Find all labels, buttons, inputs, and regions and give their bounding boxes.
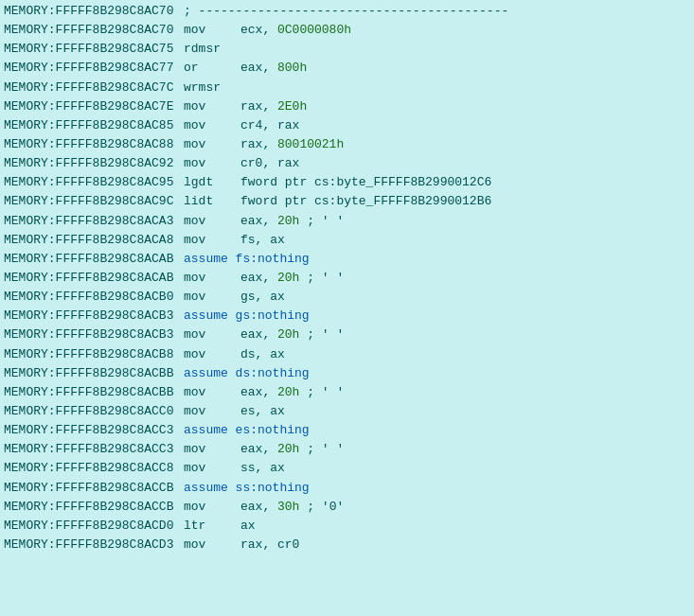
address: MEMORY:FFFFF8B298C8AC7E <box>4 97 184 116</box>
code-line: MEMORY:FFFFF8B298C8AC7Cwrmsr <box>4 79 690 97</box>
operand-text: ecx, <box>240 23 277 37</box>
comment: ; ' ' <box>299 442 344 456</box>
assume-directive: assume ds:nothing <box>184 364 310 383</box>
address: MEMORY:FFFFF8B298C8ACB3 <box>4 307 184 326</box>
code-line: MEMORY:FFFFF8B298C8ACA8movfs, ax <box>4 231 690 250</box>
address: MEMORY:FFFFF8B298C8ACB0 <box>4 288 184 307</box>
code-line: MEMORY:FFFFF8B298C8AC77oreax, 800h <box>4 59 690 78</box>
mnemonic: mov <box>184 269 240 288</box>
operand: eax, 20h ; ' ' <box>240 212 344 231</box>
address: MEMORY:FFFFF8B298C8AC88 <box>4 135 184 154</box>
numeric-value: 2E0h <box>277 99 307 114</box>
code-line: MEMORY:FFFFF8B298C8AC9Clidtfword ptr cs:… <box>4 192 690 211</box>
operand: es, ax <box>240 402 285 421</box>
comment: ; ' ' <box>299 271 344 285</box>
comment: ; ' ' <box>299 385 344 399</box>
numeric-value: 20h <box>277 442 299 456</box>
operand-text: eax, <box>240 327 277 342</box>
operand: eax, 800h <box>240 59 307 78</box>
operand-text: eax, <box>240 214 277 228</box>
address: MEMORY:FFFFF8B298C8ACBB <box>4 383 184 402</box>
code-line: MEMORY:FFFFF8B298C8ACCBassume ss:nothing <box>4 479 690 498</box>
operand-text: rax, cr0 <box>240 537 299 552</box>
mnemonic: mov <box>184 326 240 344</box>
mnemonic: mov <box>184 345 240 364</box>
assume-directive: assume es:nothing <box>184 421 310 440</box>
operand: eax, 20h ; ' ' <box>240 326 344 344</box>
operand-text: cr0, rax <box>240 156 299 170</box>
code-line: MEMORY:FFFFF8B298C8ACCBmoveax, 30h ; '0' <box>4 498 690 517</box>
numeric-value: 30h <box>277 500 299 514</box>
mnemonic: lidt <box>184 192 240 211</box>
mnemonic: mov <box>184 440 240 459</box>
operand-text: es, ax <box>240 404 285 418</box>
address: MEMORY:FFFFF8B298C8ACD0 <box>4 517 184 536</box>
mnemonic: rdmsr <box>184 40 240 59</box>
mnemonic: mov <box>184 116 240 135</box>
code-line: MEMORY:FFFFF8B298C8AC92movcr0, rax <box>4 154 690 173</box>
address: MEMORY:FFFFF8B298C8ACC3 <box>4 421 184 440</box>
operand-text: eax, <box>240 271 277 285</box>
operand: rax, 2E0h <box>240 97 307 116</box>
mnemonic: mov <box>184 154 240 173</box>
mnemonic: lgdt <box>184 173 240 192</box>
code-line: MEMORY:FFFFF8B298C8ACA3moveax, 20h ; ' ' <box>4 212 690 231</box>
operand-text: eax, <box>240 500 277 514</box>
operand-text: eax, <box>240 385 277 399</box>
operand: ds, ax <box>240 345 285 364</box>
address: MEMORY:FFFFF8B298C8ACB3 <box>4 326 184 344</box>
operand: fword ptr cs:byte_FFFFF8B2990012B6 <box>240 192 491 211</box>
address: MEMORY:FFFFF8B298C8ACC0 <box>4 402 184 421</box>
comment: ; ' ' <box>299 327 344 342</box>
operand-text: rax, <box>240 99 277 114</box>
mnemonic: mov <box>184 498 240 517</box>
mnemonic: mov <box>184 21 240 40</box>
operand: cr4, rax <box>240 116 299 135</box>
address: MEMORY:FFFFF8B298C8ACAB <box>4 250 184 269</box>
code-line: MEMORY:FFFFF8B298C8ACB0movgs, ax <box>4 288 690 307</box>
operand-text: ax <box>240 519 256 533</box>
code-line: MEMORY:FFFFF8B298C8ACB8movds, ax <box>4 345 690 364</box>
address: MEMORY:FFFFF8B298C8ACCB <box>4 498 184 517</box>
mnemonic: mov <box>184 135 240 154</box>
mnemonic: ltr <box>184 517 240 536</box>
operand: cr0, rax <box>240 154 299 173</box>
mnemonic: or <box>184 59 240 78</box>
code-line: MEMORY:FFFFF8B298C8ACC8movss, ax <box>4 459 690 478</box>
numeric-value: 20h <box>277 214 299 228</box>
address: MEMORY:FFFFF8B298C8ACD3 <box>4 536 184 554</box>
operand: ax <box>240 517 256 536</box>
code-line: MEMORY:FFFFF8B298C8AC75rdmsr <box>4 40 690 59</box>
operand: eax, 30h ; '0' <box>240 498 344 517</box>
separator: ; --------------------------------------… <box>184 2 508 21</box>
code-line: MEMORY:FFFFF8B298C8ACC3moveax, 20h ; ' ' <box>4 440 690 459</box>
address: MEMORY:FFFFF8B298C8ACA3 <box>4 212 184 231</box>
disassembly-view: MEMORY:FFFFF8B298C8AC70 ; --------------… <box>0 0 694 556</box>
code-line: MEMORY:FFFFF8B298C8ACBBassume ds:nothing <box>4 364 690 383</box>
address: MEMORY:FFFFF8B298C8AC75 <box>4 40 184 59</box>
operand-text: fword ptr cs:byte_FFFFF8B2990012C6 <box>240 175 491 189</box>
code-line: MEMORY:FFFFF8B298C8ACC3assume es:nothing <box>4 421 690 440</box>
operand: eax, 20h ; ' ' <box>240 383 344 402</box>
assume-directive: assume fs:nothing <box>184 250 310 269</box>
operand-text: eax, <box>240 61 277 75</box>
address: MEMORY:FFFFF8B298C8ACBB <box>4 364 184 383</box>
assume-directive: assume gs:nothing <box>184 307 310 326</box>
operand: eax, 20h ; ' ' <box>240 440 344 459</box>
operand: rax, 80010021h <box>240 135 344 154</box>
code-line: MEMORY:FFFFF8B298C8AC95lgdtfword ptr cs:… <box>4 173 690 192</box>
operand-text: cr4, rax <box>240 118 299 132</box>
code-line: MEMORY:FFFFF8B298C8ACABassume fs:nothing <box>4 250 690 269</box>
mnemonic: wrmsr <box>184 79 240 97</box>
operand: fword ptr cs:byte_FFFFF8B2990012C6 <box>240 173 491 192</box>
address: MEMORY:FFFFF8B298C8ACC8 <box>4 459 184 478</box>
code-line: MEMORY:FFFFF8B298C8AC70movecx, 0C0000080… <box>4 21 690 40</box>
numeric-value: 800h <box>277 61 307 75</box>
operand: fs, ax <box>240 231 285 250</box>
address: MEMORY:FFFFF8B298C8ACC3 <box>4 440 184 459</box>
code-line: MEMORY:FFFFF8B298C8ACBBmoveax, 20h ; ' ' <box>4 383 690 402</box>
code-line: MEMORY:FFFFF8B298C8ACD0ltrax <box>4 517 690 536</box>
mnemonic: mov <box>184 402 240 421</box>
mnemonic: mov <box>184 536 240 554</box>
code-line: MEMORY:FFFFF8B298C8ACB3moveax, 20h ; ' ' <box>4 326 690 344</box>
